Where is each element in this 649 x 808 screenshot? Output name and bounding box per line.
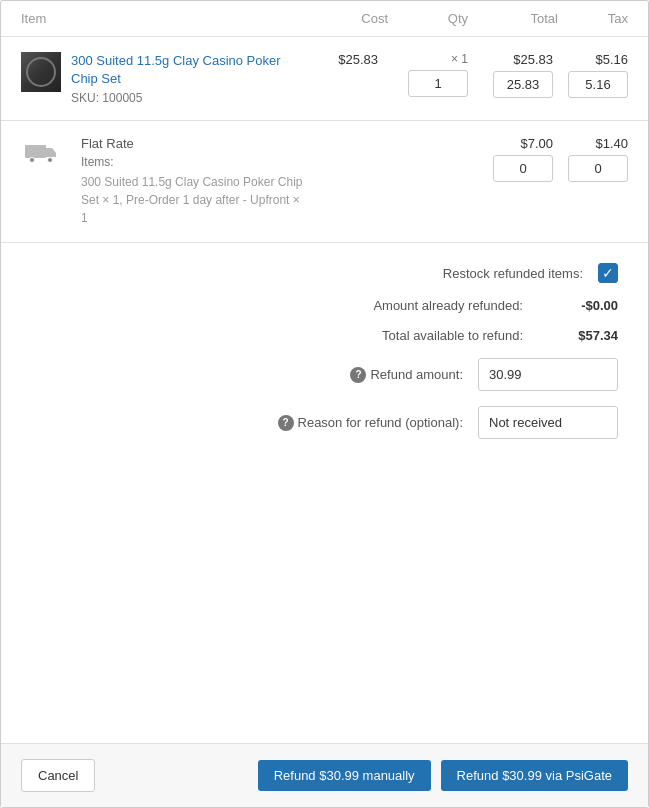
shipping-total-input[interactable] xyxy=(493,155,553,182)
restock-row: Restock refunded items: ✓ xyxy=(31,263,618,283)
shipping-items-text: 300 Suited 11.5g Clay Casino Poker Chip … xyxy=(81,173,308,227)
svg-point-1 xyxy=(30,158,35,163)
refund-amount-input[interactable] xyxy=(478,358,618,391)
item-qty-input[interactable] xyxy=(408,70,468,97)
shipping-tax-wrapper: $1.40 xyxy=(558,136,628,182)
cancel-button[interactable]: Cancel xyxy=(21,759,95,792)
shipping-icon xyxy=(21,136,61,166)
svg-point-2 xyxy=(48,158,53,163)
shipping-tax-input[interactable] xyxy=(568,155,628,182)
already-refunded-row: Amount already refunded: -$0.00 xyxy=(31,298,618,313)
footer-right: Refund $30.99 manually Refund $30.99 via… xyxy=(258,760,628,791)
col-qty-header: Qty xyxy=(388,11,468,26)
item-link[interactable]: 300 Suited 11.5g Clay Casino Poker Chip … xyxy=(71,52,308,88)
refund-amount-label: Refund amount: xyxy=(370,367,463,382)
refund-reason-label-wrapper: ? Reason for refund (optional): xyxy=(278,415,463,431)
refund-reason-help-icon[interactable]: ? xyxy=(278,415,294,431)
item-total-input[interactable] xyxy=(493,71,553,98)
sku-value: 100005 xyxy=(102,91,142,105)
modal-footer: Cancel Refund $30.99 manually Refund $30… xyxy=(1,743,648,807)
item-details: 300 Suited 11.5g Clay Casino Poker Chip … xyxy=(71,52,308,105)
refund-amount-help-icon[interactable]: ? xyxy=(350,367,366,383)
item-thumbnail xyxy=(21,52,61,92)
item-tax-display: $5.16 xyxy=(558,52,628,67)
sku-label: SKU: xyxy=(71,91,99,105)
shipping-tax-display: $1.40 xyxy=(558,136,628,151)
col-item-header: Item xyxy=(21,11,308,26)
total-available-row: Total available to refund: $57.34 xyxy=(31,328,618,343)
refund-modal: Item Cost Qty Total Tax 300 Suited 11.5g… xyxy=(0,0,649,808)
item-qty-mult: × 1 xyxy=(451,52,468,66)
refund-reason-label: Reason for refund (optional): xyxy=(298,415,463,430)
item-total-wrapper: $25.83 xyxy=(468,52,558,98)
total-available-label: Total available to refund: xyxy=(382,328,523,343)
restock-label: Restock refunded items: xyxy=(443,266,583,281)
item-info: 300 Suited 11.5g Clay Casino Poker Chip … xyxy=(21,52,308,105)
refund-reason-input[interactable] xyxy=(478,406,618,439)
item-tax-wrapper: $5.16 xyxy=(558,52,628,98)
total-available-value: $57.34 xyxy=(538,328,618,343)
item-total-display: $25.83 xyxy=(468,52,553,67)
col-total-header: Total xyxy=(468,11,558,26)
col-tax-header: Tax xyxy=(558,11,628,26)
item-sku: SKU: 100005 xyxy=(71,91,308,105)
shipping-total-wrapper: $7.00 xyxy=(468,136,558,182)
refund-reason-row: ? Reason for refund (optional): xyxy=(31,406,618,439)
shipping-name: Flat Rate xyxy=(81,136,308,151)
item-cost: $25.83 xyxy=(308,52,388,67)
refund-gateway-button[interactable]: Refund $30.99 via PsiGate xyxy=(441,760,628,791)
order-item-row: 300 Suited 11.5g Clay Casino Poker Chip … xyxy=(1,37,648,121)
item-qty-wrapper: × 1 xyxy=(388,52,468,97)
col-cost-header: Cost xyxy=(308,11,388,26)
shipping-details: Flat Rate Items: 300 Suited 11.5g Clay C… xyxy=(81,136,308,227)
refund-amount-label-wrapper: ? Refund amount: xyxy=(350,367,463,383)
restock-checkbox[interactable]: ✓ xyxy=(598,263,618,283)
item-image xyxy=(21,52,61,92)
shipping-total-display: $7.00 xyxy=(468,136,553,151)
shipping-items-label: Items: xyxy=(81,155,308,169)
already-refunded-label: Amount already refunded: xyxy=(373,298,523,313)
refund-section: Restock refunded items: ✓ Amount already… xyxy=(1,243,648,459)
table-header: Item Cost Qty Total Tax xyxy=(1,1,648,37)
svg-rect-0 xyxy=(25,145,46,158)
shipping-row: Flat Rate Items: 300 Suited 11.5g Clay C… xyxy=(1,121,648,243)
already-refunded-value: -$0.00 xyxy=(538,298,618,313)
item-tax-input[interactable] xyxy=(568,71,628,98)
refund-manually-button[interactable]: Refund $30.99 manually xyxy=(258,760,431,791)
refund-amount-row: ? Refund amount: xyxy=(31,358,618,391)
